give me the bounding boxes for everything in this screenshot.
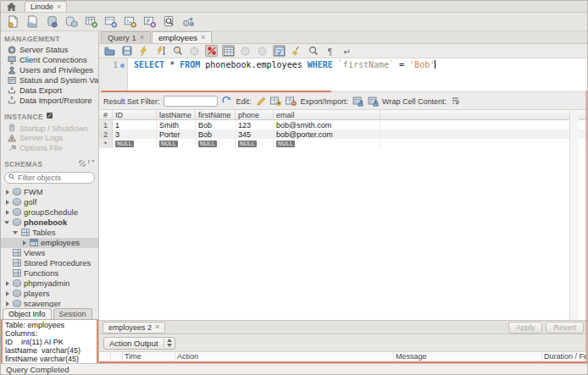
cell-lastname-null[interactable]: NULL xyxy=(157,139,196,148)
apply-button[interactable]: Apply xyxy=(508,322,543,334)
toggle-word-wrap-button[interactable] xyxy=(341,45,353,57)
cell-id[interactable]: 1 xyxy=(113,120,157,130)
schemas-expand-icon[interactable] xyxy=(79,160,86,168)
sidebar-item-data-import[interactable]: Data Import/Restore xyxy=(1,95,98,105)
tab-object-info[interactable]: Object Info xyxy=(3,308,52,319)
create-view-button[interactable] xyxy=(103,14,118,29)
vertical-scrollbar[interactable] xyxy=(569,110,579,320)
cell-lastname[interactable]: Smith xyxy=(157,120,196,130)
expander-icon[interactable] xyxy=(21,240,27,245)
sidebar-item-client-connections[interactable]: Client Connections xyxy=(1,55,98,65)
tab-employees[interactable]: employees xyxy=(152,31,212,43)
create-function-button[interactable] xyxy=(142,14,157,29)
toggle-autocommit-button[interactable] xyxy=(222,45,235,57)
execute-button[interactable] xyxy=(137,45,150,57)
column-header-rownum[interactable]: # xyxy=(99,110,113,120)
tab-session[interactable]: Session xyxy=(53,308,92,319)
schema-node-fwm[interactable]: FWM xyxy=(1,187,98,197)
cell-phone-null[interactable]: NULL xyxy=(236,139,274,148)
create-schema-button[interactable] xyxy=(64,14,79,29)
cell-email[interactable]: bob@smith.com xyxy=(274,120,380,130)
wrap-cell-content-button[interactable] xyxy=(450,96,462,107)
import-recordset-button[interactable] xyxy=(367,96,379,107)
cell-email-null[interactable]: NULL xyxy=(274,139,380,148)
tab-query-1[interactable]: Query 1 xyxy=(101,31,151,43)
expander-icon[interactable] xyxy=(4,290,10,296)
close-icon[interactable] xyxy=(57,3,61,11)
expander-icon[interactable] xyxy=(4,280,10,286)
delete-row-button[interactable] xyxy=(286,96,297,107)
expander-icon[interactable] xyxy=(13,229,19,235)
sidebar-item-server-logs[interactable]: Server Logs xyxy=(1,133,98,143)
cell-firstname[interactable]: Bob xyxy=(196,120,236,130)
sidebar-item-data-export[interactable]: Data Export xyxy=(1,85,98,95)
revert-button[interactable]: Revert xyxy=(546,322,584,334)
schema-node-groupschedule[interactable]: groupSchedule xyxy=(1,207,98,218)
tree-node-employees[interactable]: employees xyxy=(1,238,98,248)
connection-tab-linode[interactable]: Linode xyxy=(25,1,67,12)
tree-node-stored-procedures[interactable]: Stored Procedures xyxy=(1,258,98,268)
output-col-action[interactable]: Action xyxy=(175,352,394,361)
output-col-message[interactable]: Message xyxy=(394,352,542,361)
expander-icon[interactable] xyxy=(4,219,10,225)
edit-record-button[interactable] xyxy=(255,96,267,107)
sidebar-item-users-privileges[interactable]: Users and Privileges xyxy=(1,65,98,75)
stop-query-button[interactable] xyxy=(188,45,201,57)
output-col-duration[interactable]: Duration / Fetch xyxy=(542,352,587,361)
cell-phone[interactable]: 345 xyxy=(236,130,274,139)
commit-button[interactable] xyxy=(239,45,252,57)
expander-icon[interactable] xyxy=(4,301,10,306)
column-header-lastname[interactable]: lastName xyxy=(157,110,196,120)
schema-node-golf[interactable]: golf xyxy=(1,197,98,207)
cell-id[interactable]: 3 xyxy=(113,130,157,139)
output-col-time[interactable]: Time xyxy=(123,352,175,361)
cell-id-null[interactable]: NULL xyxy=(113,139,157,148)
schemas-refresh-icon[interactable] xyxy=(88,160,95,168)
refresh-button[interactable] xyxy=(221,96,233,107)
column-header-phone[interactable]: phone xyxy=(236,110,274,120)
sidebar-item-status-system-variables[interactable]: Status and System Variables xyxy=(1,75,98,85)
open-sql-script-button[interactable] xyxy=(25,14,40,29)
explain-plan-button[interactable] xyxy=(171,45,184,57)
cell-phone[interactable]: 123 xyxy=(236,120,274,130)
create-procedure-button[interactable] xyxy=(123,14,137,29)
migration-button[interactable] xyxy=(181,14,196,29)
cell-lastname[interactable]: Porter xyxy=(157,130,196,139)
sql-code-editor[interactable]: 1 SELECT * FROM phonebook.employees WHER… xyxy=(99,58,587,91)
tree-node-tables[interactable]: Tables xyxy=(1,228,98,238)
create-table-button[interactable] xyxy=(84,14,98,29)
schema-filter-input[interactable] xyxy=(18,174,86,182)
beautify-query-button[interactable] xyxy=(290,45,302,57)
expander-icon[interactable] xyxy=(4,199,10,205)
expander-icon[interactable] xyxy=(4,209,10,215)
toggle-invisible-characters-button[interactable] xyxy=(324,45,336,57)
output-type-select[interactable]: Action Output xyxy=(103,337,175,350)
sql-statement[interactable]: SELECT * FROM phonebook.employees WHERE … xyxy=(128,58,435,91)
toggle-limit-rows-button[interactable] xyxy=(273,45,286,57)
cell-firstname-null[interactable]: NULL xyxy=(196,139,236,148)
save-script-button[interactable] xyxy=(120,45,133,57)
find-button[interactable] xyxy=(307,45,319,57)
tree-node-views[interactable]: Views xyxy=(1,248,98,258)
sidebar-item-startup-shutdown[interactable]: Startup / Shutdown xyxy=(1,123,98,133)
toggle-stop-on-error-button[interactable] xyxy=(205,45,218,57)
column-header-firstname[interactable]: firstName xyxy=(196,110,236,120)
home-button[interactable] xyxy=(1,1,21,12)
instance-actions-icon[interactable] xyxy=(46,112,53,121)
execute-current-statement-button[interactable] xyxy=(154,45,167,57)
search-objects-button[interactable] xyxy=(162,14,176,29)
insert-row-button[interactable] xyxy=(270,96,282,107)
inspector-button[interactable] xyxy=(45,14,59,29)
result-filter-input[interactable] xyxy=(164,96,218,107)
new-query-tab-button[interactable] xyxy=(6,14,20,29)
export-recordset-button[interactable] xyxy=(352,96,363,107)
schema-node-phpmyadmin[interactable]: phpmyadmin xyxy=(1,278,98,289)
schema-node-phonebook[interactable]: phonebook xyxy=(1,218,98,228)
expander-icon[interactable] xyxy=(4,189,10,195)
schema-node-players[interactable]: players xyxy=(1,289,98,299)
close-icon[interactable] xyxy=(140,34,144,41)
cell-email[interactable]: bob@porter.com xyxy=(274,130,380,139)
column-header-id[interactable]: ID xyxy=(113,110,157,120)
close-icon[interactable] xyxy=(155,323,159,331)
open-script-button[interactable] xyxy=(103,45,116,57)
